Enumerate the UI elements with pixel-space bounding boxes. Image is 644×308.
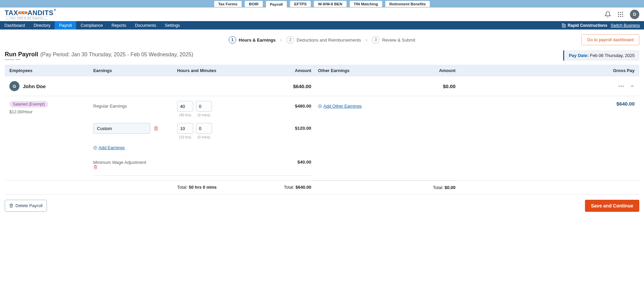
svg-point-3 xyxy=(21,12,21,13)
delete-mwa-icon[interactable] xyxy=(93,165,177,169)
employee-rate: $12.00/Hour xyxy=(9,110,93,114)
regular-mins-hint: (0 mins) xyxy=(196,113,212,117)
main-nav: Dashboard Directory Payroll Compliance R… xyxy=(0,21,644,29)
delete-custom-earning-icon[interactable] xyxy=(154,126,158,131)
th-employees: Employees xyxy=(9,68,93,73)
mwa-amount: $40.00 xyxy=(268,157,311,165)
custom-hours-input[interactable] xyxy=(177,123,193,134)
add-earnings-link[interactable]: Add Earnings xyxy=(93,145,125,150)
th-amount: Amount xyxy=(268,68,311,73)
svg-point-8 xyxy=(618,14,619,15)
top-tab-payroll[interactable]: Payroll xyxy=(266,1,287,7)
top-tab-boir[interactable]: BOIR xyxy=(245,1,263,7)
employee-detail: Salaried (Exempt) $12.00/Hour Regular Ea… xyxy=(5,96,639,181)
chevron-right-icon: › xyxy=(280,37,282,43)
svg-rect-15 xyxy=(564,24,565,27)
nav-compliance[interactable]: Compliance xyxy=(76,21,107,29)
classification-badge: Salaried (Exempt) xyxy=(9,101,48,108)
nav-settings[interactable]: Settings xyxy=(160,21,184,29)
top-tab-tax-forms[interactable]: Tax Forms xyxy=(214,1,242,7)
mwa-label: Minimum Wage Adjustment xyxy=(93,160,146,165)
nav-directory[interactable]: Directory xyxy=(29,21,55,29)
custom-hours-hint: (10 hrs) xyxy=(177,135,193,139)
employee-other-amount: $0.00 xyxy=(419,83,455,89)
nav-payroll[interactable]: Payroll xyxy=(55,21,76,29)
th-other-amount: Amount xyxy=(419,68,455,73)
notifications-icon[interactable] xyxy=(604,11,611,18)
th-gross-pay: Gross Pay xyxy=(455,68,635,73)
logo[interactable]: TAX ANDITS® — Your 1099 & W2 Experts — xyxy=(5,9,56,20)
wizard-steps: 1Hours & Earnings › 2Deductions and Reim… xyxy=(0,29,644,50)
step-review-submit[interactable]: 3Review & Submit xyxy=(372,36,415,44)
th-hours: Hours and Minutes xyxy=(177,68,268,73)
top-tab-tin[interactable]: TIN Matching xyxy=(350,1,382,7)
add-other-earnings-link[interactable]: Add Other Earnings xyxy=(318,104,362,109)
plus-circle-icon xyxy=(93,146,97,150)
total-other-amount: Total: $0.00 xyxy=(311,181,455,194)
trash-icon xyxy=(9,203,13,208)
svg-point-10 xyxy=(622,14,623,15)
pay-date-box: Pay Date: Feb 06 Thursday, 2025 xyxy=(563,50,639,61)
svg-point-19 xyxy=(619,86,620,87)
regular-hours-hint: (40 hrs) xyxy=(177,113,193,117)
chevron-right-icon: › xyxy=(366,37,368,43)
plus-circle-icon xyxy=(318,104,322,108)
svg-point-12 xyxy=(620,16,621,17)
delete-payroll-button[interactable]: Delete Payroll xyxy=(5,200,47,212)
svg-point-9 xyxy=(620,14,621,15)
employee-row: G John Doe $640.00 $0.00 xyxy=(5,76,639,96)
building-icon xyxy=(561,23,566,28)
bandit-mask-icon xyxy=(18,10,28,15)
page-title: Run Payroll (Pay Period: Jan 30 Thursday… xyxy=(5,51,193,58)
user-avatar[interactable]: D xyxy=(630,10,639,19)
more-actions-icon[interactable] xyxy=(619,85,624,87)
nav-dashboard[interactable]: Dashboard xyxy=(0,21,29,29)
current-business: Rapid Constructions xyxy=(561,23,607,28)
go-to-dashboard-button[interactable]: Go to payroll dashboard xyxy=(581,34,639,45)
svg-point-5 xyxy=(618,12,619,13)
top-tab-eftps[interactable]: EFTPS xyxy=(290,1,311,7)
th-other-earnings: Other Earnings xyxy=(311,68,419,73)
payroll-grid: Employees Earnings Hours and Minutes Amo… xyxy=(5,65,639,194)
custom-earning-input[interactable] xyxy=(93,123,150,134)
th-earnings: Earnings xyxy=(93,68,177,73)
app-header: TAX ANDITS® — Your 1099 & W2 Experts — D xyxy=(0,7,644,21)
regular-mins-input[interactable] xyxy=(196,101,212,112)
nav-reports[interactable]: Reports xyxy=(107,21,130,29)
regular-hours-input[interactable] xyxy=(177,101,193,112)
totals-row: Total: 50 hrs 0 mins Total: $640.00 Tota… xyxy=(5,181,639,194)
svg-point-11 xyxy=(618,16,619,17)
svg-rect-0 xyxy=(18,11,28,14)
regular-earnings-label: Regular Earnings xyxy=(93,101,177,109)
employee-amount: $640.00 xyxy=(268,83,311,89)
svg-point-21 xyxy=(623,86,624,87)
svg-point-20 xyxy=(621,86,622,87)
custom-mins-input[interactable] xyxy=(196,123,212,134)
employee-name: John Doe xyxy=(23,83,46,89)
svg-point-13 xyxy=(622,16,623,17)
title-accent xyxy=(5,59,193,60)
save-continue-button[interactable]: Save and Continue xyxy=(585,200,639,212)
employee-avatar: G xyxy=(9,81,19,91)
svg-point-7 xyxy=(622,12,623,13)
pay-period-text: (Pay Period: Jan 30 Thursday, 2025 - Feb… xyxy=(40,52,193,58)
nav-documents[interactable]: Documents xyxy=(130,21,160,29)
grid-header: Employees Earnings Hours and Minutes Amo… xyxy=(5,65,639,76)
step-deductions[interactable]: 2Deductions and Reimbursements xyxy=(286,36,361,44)
product-tabs-bar: Tax Forms BOIR Payroll EFTPS W-9/W-8 BEN… xyxy=(0,0,644,7)
svg-point-6 xyxy=(620,12,621,13)
employee-gross-pay: $640.00 xyxy=(455,101,635,107)
page-actions: Delete Payroll Save and Continue xyxy=(0,194,644,217)
step-hours-earnings[interactable]: 1Hours & Earnings xyxy=(229,36,276,44)
custom-mins-hint: (0 mins) xyxy=(196,135,212,139)
apps-grid-icon[interactable] xyxy=(617,11,624,18)
collapse-icon[interactable] xyxy=(630,84,635,88)
top-tab-w9w8[interactable]: W-9/W-8 BEN xyxy=(314,1,346,7)
total-time: Total: 50 hrs 0 mins xyxy=(177,185,268,190)
top-tab-retirement[interactable]: Retirement Benefits xyxy=(385,1,430,7)
regular-amount: $480.00 xyxy=(268,101,311,109)
custom-amount: $120.00 xyxy=(268,123,311,131)
switch-business-link[interactable]: Switch Business xyxy=(611,23,640,28)
svg-point-4 xyxy=(24,12,25,13)
total-amount: Total: $640.00 xyxy=(268,185,311,190)
